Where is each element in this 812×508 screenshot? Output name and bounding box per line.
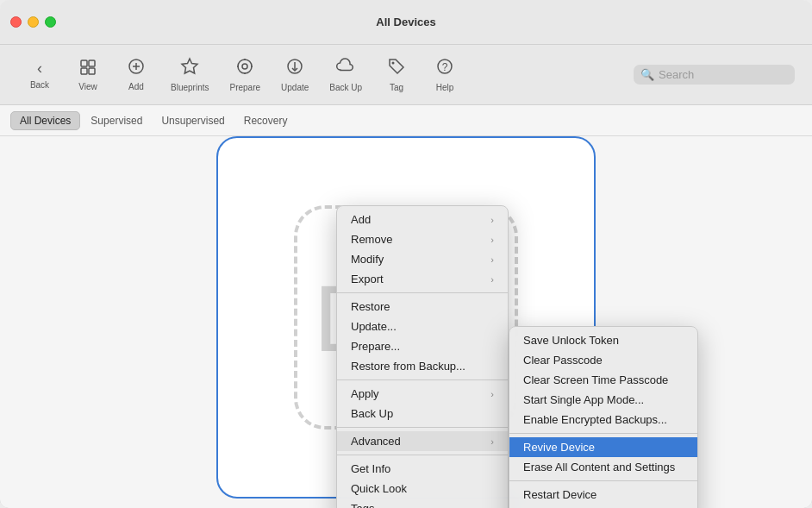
tab-all-devices[interactable]: All Devices [10,111,80,130]
svg-point-7 [238,60,252,73]
submenu-arrow-export: › [490,274,494,285]
submenu-save-unlock[interactable]: Save Unlock Token [509,330,697,350]
menu-item-update[interactable]: Update... [337,317,508,336]
submenu-encrypted-backups[interactable]: Enable Encrypted Backups... [509,410,697,430]
submenu-arrow-modify: › [490,254,494,265]
back-icon: ‹ [37,60,42,78]
menu-item-restore[interactable]: Restore [337,297,508,317]
tag-button[interactable]: Tag [374,52,419,97]
add-icon [128,58,145,79]
view-icon [79,59,97,79]
tab-supervised[interactable]: Supervised [82,112,151,129]
toolbar: ‹ Back View Add [0,45,812,105]
menu-item-backup[interactable]: Back Up [337,404,508,423]
blueprints-button[interactable]: Blueprints [162,52,217,97]
submenu-clear-screen-time[interactable]: Clear Screen Time Passcode [509,370,697,390]
prepare-label: Prepare [229,83,260,92]
blueprints-icon [180,57,199,80]
help-button[interactable]: ? Help [422,52,467,97]
separator-4 [337,455,508,455]
separator-3 [337,427,508,428]
context-menu: Add › Remove › Modify › Export › Restore… [336,205,509,508]
submenu-erase-all[interactable]: Erase All Content and Settings [509,457,697,477]
tabs-bar: All Devices Supervised Unsupervised Reco… [0,105,812,136]
svg-rect-0 [81,60,87,66]
svg-rect-3 [89,68,95,74]
back-label: Back [30,80,49,90]
submenu-clear-passcode[interactable]: Clear Passcode [509,350,697,370]
menu-item-apply[interactable]: Apply › [337,384,508,404]
submenu-arrow-remove: › [490,235,494,245]
search-bar[interactable]: 🔍 [634,65,795,85]
maximize-button[interactable] [45,16,56,28]
submenu-restart-device[interactable]: Restart Device [509,485,697,505]
menu-item-add[interactable]: Add › [337,210,508,229]
submenu-sep-2 [509,480,697,481]
help-icon: ? [435,57,454,80]
backup-icon [336,57,355,80]
separator-1 [337,292,508,293]
svg-rect-2 [81,68,87,74]
close-button[interactable] [10,16,22,28]
menu-item-quick-look[interactable]: Quick Look [337,479,508,499]
menu-item-prepare[interactable]: Prepare... [337,336,508,356]
update-icon [285,57,304,80]
submenu-revive-device[interactable]: Revive Device [509,437,697,457]
title-bar: All Devices [0,0,812,45]
tab-unsupervised[interactable]: Unsupervised [153,112,233,129]
traffic-lights [10,16,56,28]
add-button[interactable]: Add [114,53,159,97]
svg-text:?: ? [442,61,448,73]
submenu-arrow-advanced: › [490,436,494,447]
svg-point-8 [242,64,247,69]
window-title: All Devices [376,16,435,28]
back-button[interactable]: ‹ Back [17,54,62,95]
svg-point-15 [392,62,395,65]
prepare-icon [235,57,254,80]
update-button[interactable]: Update [272,52,317,97]
advanced-submenu: Save Unlock Token Clear Passcode Clear S… [509,326,698,508]
menu-item-restore-backup[interactable]: Restore from Backup... [337,356,508,376]
view-label: View [78,82,97,91]
submenu-arrow-add: › [490,215,494,225]
submenu-shut-down[interactable]: Shut Down Device [509,505,697,508]
help-label: Help [436,83,454,92]
separator-2 [337,379,508,380]
add-label: Add [128,82,144,91]
svg-rect-1 [89,60,95,66]
menu-item-remove[interactable]: Remove › [337,229,508,249]
view-button[interactable]: View [66,53,110,97]
search-input[interactable] [659,68,788,81]
menu-item-export[interactable]: Export › [337,269,508,289]
submenu-single-app-mode[interactable]: Start Single App Mode... [509,390,697,410]
submenu-arrow-apply: › [490,389,494,399]
menu-item-get-info[interactable]: Get Info [337,459,508,479]
search-icon: 🔍 [640,68,654,81]
minimize-button[interactable] [28,16,39,28]
update-label: Update [281,83,309,92]
tab-recovery[interactable]: Recovery [235,112,297,129]
tag-label: Tag [390,83,403,92]
main-window: All Devices ‹ Back View [0,0,812,508]
menu-item-tags[interactable]: Tags... [337,499,508,508]
submenu-sep-1 [509,433,697,434]
menu-item-modify[interactable]: Modify › [337,249,508,269]
tag-icon [387,57,406,80]
main-content: DFU Apple Controller Add › Remove › Modi… [0,136,812,508]
menu-item-advanced[interactable]: Advanced › [337,431,508,451]
backup-label: Back Up [329,83,362,92]
backup-button[interactable]: Back Up [321,52,371,97]
prepare-button[interactable]: Prepare [221,52,269,97]
blueprints-label: Blueprints [171,83,209,92]
